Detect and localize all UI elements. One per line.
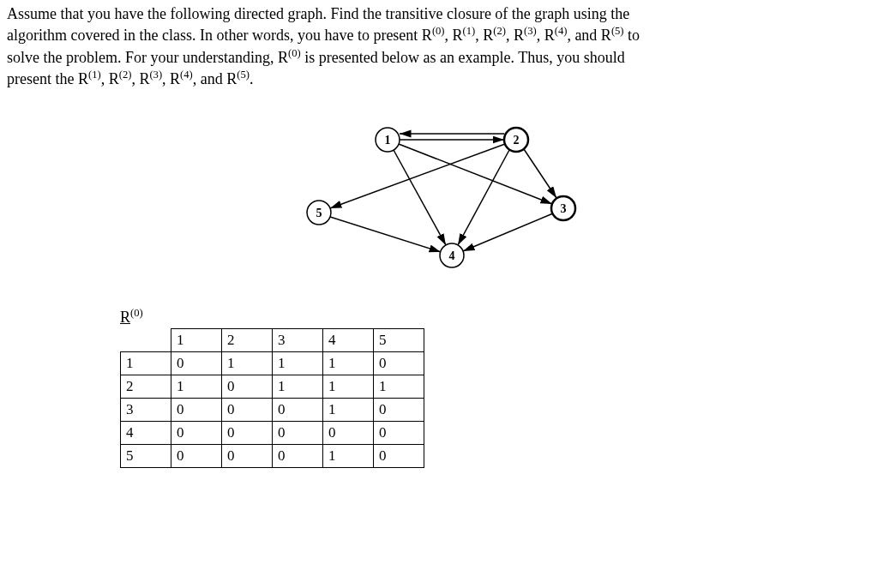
graph-node-1: 1 (385, 134, 391, 147)
text: solve the problem. For your understandin… (7, 49, 288, 66)
sup: (3) (524, 25, 537, 37)
sup: (1) (463, 25, 476, 37)
sup: (0) (432, 25, 445, 37)
text: , R (537, 27, 555, 44)
text: , R (445, 27, 463, 44)
text: present the R (7, 70, 88, 87)
graph-node-5: 5 (316, 207, 322, 219)
cell: 0 (323, 422, 374, 445)
cell: 0 (374, 399, 424, 422)
sup: (2) (119, 69, 132, 81)
cell: 0 (171, 352, 222, 375)
cell: 0 (171, 422, 222, 445)
svg-line-2 (394, 150, 446, 245)
text: Assume that you have the following direc… (7, 5, 629, 22)
cell: 0 (222, 399, 273, 422)
cell: 0 (171, 445, 222, 468)
svg-line-7 (463, 213, 553, 251)
cell: 1 (323, 375, 374, 399)
cell: 1 (323, 352, 374, 375)
text: is presented below as an example. Thus, … (301, 49, 625, 66)
cell: 1 (171, 375, 222, 399)
text: , and R (567, 27, 611, 44)
row-header: 3 (121, 399, 171, 422)
row-header: 5 (121, 445, 171, 468)
cell: 1 (323, 445, 374, 468)
col-header: 1 (171, 329, 222, 352)
text: , R (131, 70, 149, 87)
graph-node-3: 3 (561, 202, 567, 215)
matrix-label-r: R (120, 309, 130, 326)
svg-line-6 (330, 144, 505, 208)
matrix-section: R(0) 1 2 3 4 5 1 0 1 1 1 0 2 1 0 1 1 1 3 (120, 307, 878, 468)
cell: 1 (323, 399, 374, 422)
cell: 1 (273, 352, 323, 375)
col-header: 4 (323, 329, 374, 352)
graph-node-2: 2 (514, 134, 520, 147)
text: to (624, 27, 640, 44)
text: , R (162, 70, 180, 87)
text: , R (506, 27, 524, 44)
col-header: 3 (273, 329, 323, 352)
text: , and R (193, 70, 238, 87)
sup: (1) (88, 69, 101, 81)
sup: (2) (493, 25, 506, 37)
text: , R (101, 70, 119, 87)
row-header: 2 (121, 375, 171, 399)
graph-diagram: 1 2 3 4 5 (0, 118, 878, 281)
row-header: 1 (121, 352, 171, 375)
r0-matrix: 1 2 3 4 5 1 0 1 1 1 0 2 1 0 1 1 1 3 0 0 … (120, 328, 424, 468)
text: . (250, 70, 254, 87)
cell: 0 (273, 422, 323, 445)
cell: 1 (222, 352, 273, 375)
text: , R (475, 27, 493, 44)
matrix-corner (121, 329, 171, 352)
cell: 0 (222, 445, 273, 468)
sup: (5) (611, 25, 624, 37)
svg-line-8 (330, 217, 441, 252)
sup: (0) (288, 47, 301, 59)
sup: (4) (555, 25, 568, 37)
cell: 0 (171, 399, 222, 422)
sup: (4) (180, 69, 193, 81)
text: algorithm covered in the class. In other… (7, 27, 432, 44)
cell: 1 (374, 375, 424, 399)
cell: 0 (273, 399, 323, 422)
cell: 0 (222, 422, 273, 445)
sup: (5) (237, 69, 250, 81)
cell: 0 (374, 352, 424, 375)
col-header: 5 (374, 329, 424, 352)
sup: (3) (149, 69, 162, 81)
cell: 0 (374, 422, 424, 445)
problem-statement: Assume that you have the following direc… (0, 0, 878, 93)
svg-line-5 (458, 150, 509, 245)
matrix-label: R(0) (120, 307, 878, 327)
row-header: 4 (121, 422, 171, 445)
cell: 0 (374, 445, 424, 468)
cell: 0 (273, 445, 323, 468)
svg-line-4 (524, 149, 556, 198)
cell: 0 (222, 375, 273, 399)
matrix-label-sup: (0) (130, 307, 143, 319)
col-header: 2 (222, 329, 273, 352)
graph-node-4: 4 (449, 249, 455, 262)
cell: 1 (273, 375, 323, 399)
